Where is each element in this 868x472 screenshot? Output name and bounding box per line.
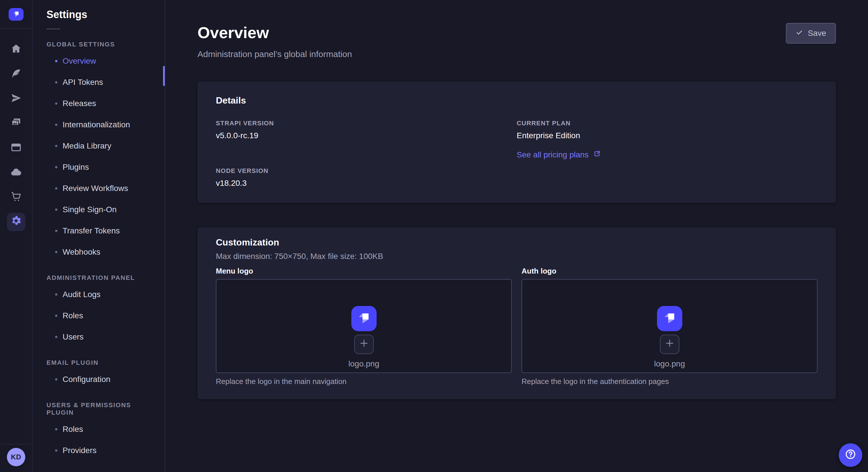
section-header-email-plugin: EMAIL PLUGIN xyxy=(46,359,151,367)
customization-card-subtitle: Max dimension: 750×750, Max file size: 1… xyxy=(216,252,817,261)
current-plan-label: CURRENT PLAN xyxy=(517,120,817,127)
nav-icon-list xyxy=(10,43,22,202)
home-icon[interactable] xyxy=(10,43,22,55)
images-icon[interactable] xyxy=(10,117,22,129)
cart-icon[interactable] xyxy=(10,191,22,202)
sidebar-item-label: Plugins xyxy=(63,163,89,172)
strapi-logo[interactable] xyxy=(9,8,24,21)
page-header-text: Overview Administration panel’s global i… xyxy=(197,23,352,59)
sidebar-item-overview[interactable]: Overview xyxy=(33,50,165,72)
sidebar-item-label: API Tokens xyxy=(63,78,103,87)
sidebar-item-label: Audit Logs xyxy=(63,290,100,299)
strapi-version-label: STRAPI VERSION xyxy=(216,120,517,127)
auth-logo-label: Auth logo xyxy=(522,267,817,276)
page-header: Overview Administration panel’s global i… xyxy=(197,23,836,59)
gear-icon xyxy=(10,215,22,229)
sidebar-item-api-tokens[interactable]: API Tokens xyxy=(33,72,165,93)
strapi-version-value: v5.0.0-rc.19 xyxy=(216,131,517,140)
help-button[interactable] xyxy=(839,443,862,467)
check-icon xyxy=(796,29,803,38)
settings-nav-active-tile[interactable] xyxy=(7,213,25,231)
details-card: Details STRAPI VERSION v5.0.0-rc.19 NODE… xyxy=(197,81,836,203)
sidebar-item-label: Review Workflows xyxy=(63,184,128,193)
strapi-mark-icon xyxy=(661,310,678,327)
strapi-logo-preview xyxy=(657,306,682,331)
bullet-icon xyxy=(55,314,57,317)
node-version-label: NODE VERSION xyxy=(216,167,517,175)
bullet-icon xyxy=(55,428,57,430)
bullet-icon xyxy=(55,336,57,338)
plus-icon xyxy=(360,339,369,350)
details-right-column: CURRENT PLAN Enterprise Edition See all … xyxy=(517,120,817,188)
sidebar-item-label: Configuration xyxy=(63,375,111,384)
bullet-icon xyxy=(55,208,57,211)
details-left-column: STRAPI VERSION v5.0.0-rc.19 NODE VERSION… xyxy=(216,120,517,188)
main-content: Overview Administration panel’s global i… xyxy=(165,0,868,472)
strapi-mark-icon xyxy=(355,310,373,327)
menu-logo-label: Menu logo xyxy=(216,267,512,276)
user-avatar[interactable]: KD xyxy=(7,448,25,466)
strapi-logo-icon xyxy=(11,10,21,19)
sidebar-item-label: Roles xyxy=(63,311,83,320)
sidebar-item-media-library[interactable]: Media Library xyxy=(33,135,165,157)
auth-logo-filename: logo.png xyxy=(654,359,685,369)
sidebar-item-label: Users xyxy=(63,332,84,341)
sidebar-item-webhooks[interactable]: Webhooks xyxy=(33,241,165,263)
nav-divider-bottom xyxy=(0,444,32,444)
strapi-logo-preview xyxy=(351,306,377,331)
sidebar-item-label: Internationalization xyxy=(63,120,130,129)
pricing-plans-link[interactable]: See all pricing plans xyxy=(517,150,601,160)
sidebar-item-email-configuration[interactable]: Configuration xyxy=(33,369,165,390)
sidebar-item-label: Transfer Tokens xyxy=(63,226,120,235)
menu-logo-field: Menu logo logo.png Replace the logo in t… xyxy=(216,267,512,386)
bullet-icon xyxy=(55,124,57,126)
sidebar-item-up-roles[interactable]: Roles xyxy=(33,419,165,440)
details-grid: STRAPI VERSION v5.0.0-rc.19 NODE VERSION… xyxy=(216,120,817,188)
current-plan-value: Enterprise Edition xyxy=(517,131,817,140)
sidebar-item-label: Single Sign-On xyxy=(63,205,117,214)
sidebar-item-admin-users[interactable]: Users xyxy=(33,326,165,347)
details-card-title: Details xyxy=(216,95,817,106)
sidebar-item-up-providers[interactable]: Providers xyxy=(33,440,165,461)
sidebar-item-label: Webhooks xyxy=(63,247,100,257)
settings-subnav: Settings GLOBAL SETTINGS Overview API To… xyxy=(33,0,165,472)
bullet-icon xyxy=(55,145,57,147)
menu-logo-dropzone[interactable]: logo.png xyxy=(216,279,512,373)
subnav-title: Settings xyxy=(46,9,151,21)
bullet-icon xyxy=(55,81,57,83)
save-button[interactable]: Save xyxy=(786,23,836,43)
paper-plane-icon[interactable] xyxy=(10,92,22,104)
section-header-global-settings: GLOBAL SETTINGS xyxy=(46,41,151,48)
sidebar-item-label: Providers xyxy=(63,446,96,455)
add-logo-button[interactable] xyxy=(660,335,679,354)
bullet-icon xyxy=(55,187,57,190)
section-header-administration-panel: ADMINISTRATION PANEL xyxy=(46,274,151,281)
sidebar-item-releases[interactable]: Releases xyxy=(33,93,165,114)
node-version-value: v18.20.3 xyxy=(216,179,517,188)
layout-icon[interactable] xyxy=(10,142,22,153)
external-link-icon xyxy=(593,150,601,160)
cloud-icon[interactable] xyxy=(10,166,22,178)
sidebar-item-review-workflows[interactable]: Review Workflows xyxy=(33,178,165,199)
page-title: Overview xyxy=(197,23,352,42)
logo-uploads-grid: Menu logo logo.png Replace the logo in t… xyxy=(216,267,817,386)
add-logo-button[interactable] xyxy=(354,335,374,354)
sidebar-item-label: Roles xyxy=(63,425,83,434)
feather-icon[interactable] xyxy=(10,68,22,79)
pricing-link-label: See all pricing plans xyxy=(517,150,589,160)
auth-logo-dropzone[interactable]: logo.png xyxy=(522,279,817,373)
bullet-icon xyxy=(55,251,57,253)
question-mark-icon xyxy=(844,448,857,463)
bullet-icon xyxy=(55,230,57,232)
bullet-icon xyxy=(55,102,57,105)
sidebar-item-transfer-tokens[interactable]: Transfer Tokens xyxy=(33,220,165,241)
sidebar-item-audit-logs[interactable]: Audit Logs xyxy=(33,284,165,305)
sidebar-item-single-sign-on[interactable]: Single Sign-On xyxy=(33,199,165,220)
subnav-divider xyxy=(46,29,60,29)
customization-card: Customization Max dimension: 750×750, Ma… xyxy=(197,227,836,399)
nav-divider xyxy=(0,28,32,29)
sidebar-item-admin-roles[interactable]: Roles xyxy=(33,305,165,326)
sidebar-item-plugins[interactable]: Plugins xyxy=(33,157,165,178)
bullet-icon xyxy=(55,449,57,452)
sidebar-item-internationalization[interactable]: Internationalization xyxy=(33,114,165,135)
